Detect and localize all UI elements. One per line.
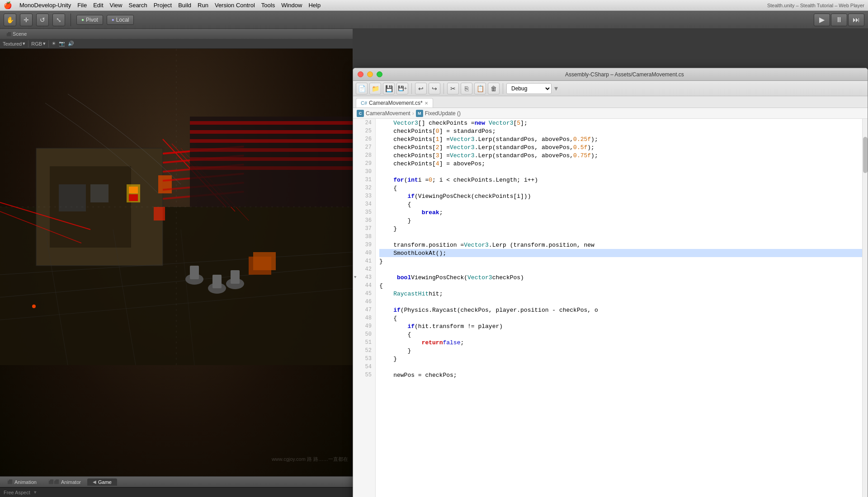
line-num-33: 33: [353, 192, 375, 200]
menu-tools[interactable]: Tools: [261, 2, 275, 9]
line-num-38: 38: [353, 233, 375, 241]
rotate-tool-btn[interactable]: ↺: [36, 14, 49, 26]
local-label: Local: [116, 17, 129, 23]
file-tab-label: CameraMovement.cs*: [369, 100, 423, 106]
tab-scene[interactable]: ⬛ Scene: [4, 30, 29, 38]
code-line-28: checkPoints[ 3 ] = Vector3 .Lerp(standar…: [379, 151, 862, 159]
line-num-30: 30: [353, 168, 375, 176]
breadcrumb-method-icon: M: [416, 110, 423, 117]
scrollbar-thumb[interactable]: [863, 137, 868, 173]
step-btn[interactable]: ⏭: [848, 14, 864, 26]
toolbar-sep-2: [411, 83, 412, 94]
menu-project[interactable]: Project: [154, 2, 172, 9]
play-btn[interactable]: ▶: [814, 14, 830, 26]
code-line-33: if (ViewingPosCheck(checkPoints[i])): [379, 192, 862, 200]
debug-select[interactable]: Debug Release: [506, 83, 552, 94]
undo-btn[interactable]: ↩: [415, 83, 427, 94]
cut-btn[interactable]: ✂: [447, 83, 459, 94]
mono-file-tabs: C# CameraMovement.cs* ✕: [353, 96, 868, 108]
code-line-27: checkPoints[ 2 ] = Vector3 .Lerp(standar…: [379, 143, 862, 151]
local-btn[interactable]: ● Local: [107, 15, 134, 25]
breadcrumb-method: FixedUpdate (): [425, 110, 461, 117]
line-num-41: 41: [353, 257, 375, 265]
code-line-52: }: [379, 347, 862, 355]
free-aspect-label: Free Aspect: [4, 490, 30, 495]
save-all-btn[interactable]: 💾+: [396, 83, 408, 94]
pause-btn[interactable]: ⏸: [831, 14, 847, 26]
menu-view[interactable]: View: [110, 2, 123, 9]
debug-dropdown-arrow[interactable]: ▾: [554, 84, 558, 93]
svg-rect-10: [129, 194, 138, 201]
audio-btn[interactable]: 🔊: [68, 41, 74, 47]
camera-movement-tab[interactable]: C# CameraMovement.cs* ✕: [356, 98, 433, 108]
menu-window[interactable]: Window: [281, 2, 302, 9]
menu-edit[interactable]: Edit: [93, 2, 103, 9]
code-scrollbar[interactable]: [862, 119, 868, 497]
code-line-48: {: [379, 314, 862, 322]
code-line-34: {: [379, 200, 862, 208]
save-file-btn[interactable]: 💾: [383, 83, 395, 94]
copy-btn[interactable]: ⎘: [461, 83, 472, 94]
scene-panel: ⬛ Scene Textured ▾ RGB ▾ ☀ 📷 🔊: [0, 29, 353, 497]
menu-help[interactable]: Help: [308, 2, 321, 9]
aspect-arrow[interactable]: ▾: [34, 489, 37, 495]
mono-breadcrumb: C CameraMovement › M FixedUpdate (): [353, 108, 868, 119]
scene-cam-btn[interactable]: 📷: [59, 41, 65, 47]
code-line-26: checkPoints[ 1 ] = Vector3 .Lerp(standar…: [379, 135, 862, 143]
svg-rect-9: [129, 187, 138, 193]
menu-search[interactable]: Search: [128, 2, 147, 9]
animation-tab-label: Animation: [14, 479, 37, 485]
line-num-29: 29: [353, 159, 375, 168]
minimize-window-btn[interactable]: [367, 71, 373, 77]
file-tab-close[interactable]: ✕: [425, 101, 428, 106]
sun-btn[interactable]: ☀: [52, 41, 56, 47]
code-line-46: [379, 298, 862, 306]
code-line-49: if (hit.transform != player): [379, 322, 862, 330]
open-file-btn[interactable]: 📁: [369, 83, 381, 94]
menu-run[interactable]: Run: [198, 2, 208, 9]
tab-game[interactable]: ◀ Game: [87, 478, 117, 486]
line-num-44: 44: [353, 281, 375, 290]
menu-file[interactable]: File: [77, 2, 87, 9]
tab-animator[interactable]: ⬛⬛ Animator: [43, 478, 86, 486]
paste-btn[interactable]: 📋: [474, 83, 486, 94]
code-line-30: [379, 168, 862, 176]
move-tool-btn[interactable]: ✛: [20, 14, 33, 26]
maximize-window-btn[interactable]: [377, 71, 382, 77]
new-file-btn[interactable]: 📄: [356, 83, 368, 94]
code-line-38: [379, 233, 862, 241]
line-num-28: 28: [353, 151, 375, 159]
textured-dropdown[interactable]: Textured ▾: [3, 41, 25, 47]
svg-rect-45: [253, 252, 276, 270]
menu-build[interactable]: Build: [178, 2, 191, 9]
line-num-46: 46: [353, 298, 375, 306]
svg-rect-4: [59, 184, 86, 211]
app-menu[interactable]: MonoDevelop-Unity: [19, 2, 71, 9]
pivot-btn[interactable]: ● Pivot: [76, 15, 103, 25]
line-num-34: 34: [353, 200, 375, 208]
mono-titlebar: Assembly-CSharp – Assets/CameraMovement.…: [353, 68, 868, 81]
code-line-54: [379, 363, 862, 371]
animator-tab-label: Animator: [61, 479, 81, 485]
textured-arrow: ▾: [23, 41, 25, 47]
line-num-36: 36: [353, 216, 375, 225]
bottom-panel-tabs: ⬛ Animation ⬛⬛ Animator ◀ Game: [0, 476, 353, 487]
close-window-btn[interactable]: [358, 71, 363, 77]
apple-menu[interactable]: 🍎: [4, 1, 12, 9]
svg-point-41: [32, 305, 36, 308]
line-num-55: 55: [353, 371, 375, 379]
redo-btn[interactable]: ↪: [429, 83, 440, 94]
code-content[interactable]: Vector3 [] checkPoints = new Vector3 [ 5…: [376, 119, 862, 497]
rgb-dropdown[interactable]: RGB ▾: [31, 41, 46, 47]
delete-btn[interactable]: 🗑: [488, 83, 500, 94]
hand-tool-btn[interactable]: ✋: [4, 14, 16, 26]
code-editor[interactable]: 24 25 26 27 28 29 30 31 32 33 34 35 36 3…: [353, 119, 868, 497]
line-num-32: 32: [353, 184, 375, 192]
toolbar-sep-3: [443, 83, 444, 94]
tab-animation[interactable]: ⬛ Animation: [2, 478, 42, 486]
code-line-45: RaycastHit hit;: [379, 290, 862, 298]
line-num-50: 50: [353, 330, 375, 338]
scale-tool-btn[interactable]: ⤡: [52, 14, 65, 26]
menu-version-control[interactable]: Version Control: [215, 2, 255, 9]
mono-develop-window: Assembly-CSharp – Assets/CameraMovement.…: [353, 68, 868, 497]
